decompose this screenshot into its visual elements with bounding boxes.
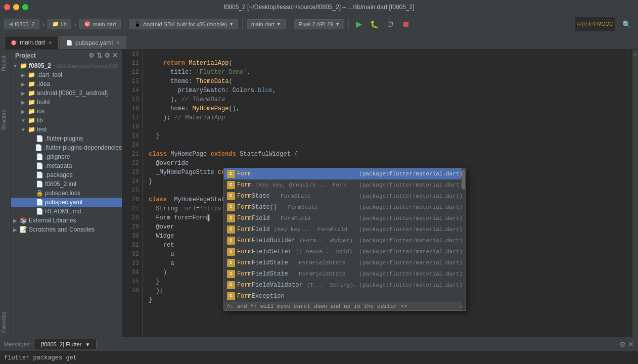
tree-item-scratches[interactable]: ▶ 📝 Scratches and Consoles [11, 225, 122, 234]
editor-tabs: 🎯 main.dart ✕ 📄 pubspec.yaml ✕ [0, 34, 638, 50]
tree-item-external-libs[interactable]: ▶ 📚 External Libraries [11, 216, 122, 225]
editor-scrollbar[interactable] [627, 50, 632, 337]
sidebar-btn-structure[interactable]: Structure [0, 106, 11, 134]
file-icon-packages: 📄 [35, 171, 43, 178]
file-nav[interactable]: 🎯 main.dart [79, 19, 121, 29]
folder-icon-scratches: 📝 [19, 226, 27, 233]
ac-item-9[interactable]: C FormFieldState FormFieldState (package… [224, 268, 466, 280]
tab-close-main-dart[interactable]: ✕ [48, 40, 52, 46]
tree-item-ios[interactable]: ▶ 📁 ios [11, 107, 122, 116]
ac-item-5[interactable]: C FormField (Key key... FormField (packa… [224, 224, 466, 235]
device-selector[interactable]: Pixel 2 API 29 ▼ [294, 19, 344, 29]
tree-item-pubspec-yaml[interactable]: 📄 pubspec.yaml [11, 198, 122, 207]
search-button[interactable]: 🔍 [619, 18, 634, 30]
folder-icon-lib: 📁 [27, 117, 35, 124]
close-button[interactable] [4, 4, 10, 10]
tree-item-pubspec-lock[interactable]: 🔒 pubspec.lock [11, 189, 122, 198]
tree-item-flutter-plugins-dep[interactable]: 📄 .flutter-plugins-dependencies [11, 143, 122, 152]
ac-class-icon-9: C [227, 270, 235, 278]
file-icon-readme: 📄 [35, 208, 43, 215]
sidebar-btn-favorites[interactable]: Favorites [0, 308, 11, 337]
tab-pubspec-yaml[interactable]: 📄 pubspec.yaml ✕ [60, 36, 126, 49]
tab-close-pubspec[interactable]: ✕ [116, 40, 120, 46]
sidebar-btn-project[interactable]: Project [0, 52, 11, 75]
folder-icon-android: 📁 [27, 89, 35, 97]
ac-class-icon-4: C [227, 214, 235, 222]
tree-item-lib[interactable]: ▼ 📁 lib [11, 116, 122, 125]
file-icon-iml: 📄 [35, 180, 43, 188]
ac-item-7[interactable]: C FormFieldSetter (T newVa.. void) (pack… [224, 246, 466, 257]
folder-icon-dart_tool: 📁 [27, 71, 35, 78]
tree-item-packages[interactable]: 📄 .packages [11, 170, 122, 179]
separator-1 [125, 18, 125, 30]
ac-class-icon-10: C [227, 281, 235, 289]
right-sidebar-toggle[interactable]: ≡ [632, 50, 638, 337]
window-controls [4, 4, 28, 10]
ac-item-0[interactable]: C Form (package:flutter/material.dart) [224, 168, 466, 179]
ac-item-4[interactable]: C FormField FormField (package:flutter/m… [224, 213, 466, 224]
ac-class-icon-3: C [227, 203, 235, 211]
stop-button[interactable]: ⏹ [399, 18, 413, 31]
tree-item-idea[interactable]: ▶ 📁 .idea [11, 79, 122, 88]
ac-item-2[interactable]: C FormState FormState (package:flutter/m… [224, 191, 466, 202]
ac-class-icon-6: C [227, 237, 235, 245]
project-nav[interactable]: ◀ f0805_2 [4, 19, 39, 29]
run-config-selector[interactable]: 📱 Android SDK built for x86 (mobile) ▼ [129, 19, 238, 29]
ac-item-6[interactable]: C FormFieldBuilder (Form.. Widget) (pack… [224, 235, 466, 246]
folder-icon-build: 📁 [27, 99, 35, 106]
ac-class-icon-1: C [227, 181, 235, 189]
main-layout: Project Structure Favorites Project ⚙ ⇅ … [0, 50, 638, 337]
tree-item-dart_tool[interactable]: ▶ 📁 .dart_tool [11, 70, 122, 79]
bottom-tabs: Messages: [f0805_2] Flutter ▼ ⚙ ✕ [0, 337, 638, 351]
separator-3 [290, 18, 290, 30]
ac-item-8[interactable]: C FormFieldState FormFieldState (package… [224, 257, 466, 268]
window-title: f0805_2 [~/Desktop/lesson/source/f0805_2… [223, 4, 414, 11]
project-sidebar: Project ⚙ ⇅ ⚙ ✕ ▼ 📁 f0805_2 ~/Desktop/le… [11, 50, 122, 337]
folder-icon-ext-lib: 📚 [19, 217, 27, 224]
ac-class-icon-2: C [227, 192, 235, 200]
ac-item-11[interactable]: C FormException [224, 291, 466, 302]
bottom-settings-icon[interactable]: ⚙ [619, 340, 626, 348]
ac-scrollbar-thumb[interactable] [462, 169, 465, 190]
ac-item-10[interactable]: C FormFieldValidator (T... String) (pack… [224, 280, 466, 291]
tree-item-build[interactable]: ▶ 📁 build [11, 98, 122, 107]
folder-icon-f0805_2: 📁 [19, 62, 27, 69]
file-icon-flutter-plugins-dep: 📄 [34, 144, 42, 151]
run-target-selector[interactable]: main.dart ▼ [247, 19, 286, 29]
sidebar-close-icon[interactable]: ✕ [112, 52, 118, 59]
ac-item-3[interactable]: C FormState() FormState (package:flutter… [224, 202, 466, 213]
sidebar-config-icon[interactable]: ⚙ [104, 52, 110, 59]
bottom-tab-messages-tag[interactable]: [f0805_2] Flutter ▼ [35, 339, 97, 349]
message-line-1: flutter packages get [4, 353, 634, 362]
tree-item-metadata[interactable]: 📄 .metadata [11, 161, 122, 170]
tree-item-iml[interactable]: 📄 f0805_2.iml [11, 179, 122, 189]
ac-class-icon-11: C [227, 292, 235, 300]
tree-item-flutter-plugins[interactable]: 📄 .flutter-plugins [11, 134, 122, 143]
tree-item-readme[interactable]: 📄 README.md [11, 207, 122, 216]
file-icon-lock: 🔒 [35, 190, 43, 197]
tab-main-dart[interactable]: 🎯 main.dart ✕ [4, 36, 59, 49]
lib-nav[interactable]: 📁 lib [48, 19, 71, 29]
tree-item-gitignore[interactable]: 📄 .gitignore [11, 152, 122, 161]
debug-button[interactable]: 🐛 [367, 18, 382, 30]
separator-2 [242, 18, 243, 30]
maximize-button[interactable] [22, 4, 28, 10]
bottom-close-icon[interactable]: ✕ [628, 340, 634, 348]
autocomplete-scrollbar[interactable] [462, 168, 466, 310]
autocomplete-dropdown[interactable]: C Form (package:flutter/material.dart) C… [223, 168, 466, 311]
title-bar: f0805_2 [~/Desktop/lesson/source/f0805_2… [0, 0, 638, 14]
sidebar-settings-icon[interactable]: ⚙ [88, 52, 95, 59]
bottom-panel: Messages: [f0805_2] Flutter ▼ ⚙ ✕ flutte… [0, 337, 638, 364]
tree-arrow-f0805_2[interactable]: ▼ [11, 63, 19, 69]
sidebar-expand-icon[interactable]: ⇅ [97, 52, 102, 59]
profile-button[interactable]: ⏱ [384, 18, 397, 30]
minimize-button[interactable] [13, 4, 19, 10]
tree-item-f0805_2[interactable]: ▼ 📁 f0805_2 ~/Desktop/lesson/source/f08 [11, 61, 122, 70]
run-button[interactable]: ▶ [353, 17, 365, 31]
project-sidebar-header: Project ⚙ ⇅ ⚙ ✕ [11, 50, 122, 61]
ac-item-1[interactable]: C Form (Key key, @require... Form (packa… [224, 179, 466, 191]
left-side-panel: Project Structure Favorites [0, 50, 11, 337]
code-editor[interactable]: 10 11 12 13 14 15 16 17 18 19 20 21 22 2… [122, 50, 632, 337]
tree-item-android[interactable]: ▶ 📁 android [f0805_2_android] [11, 88, 122, 98]
tree-item-test[interactable]: ▼ 📁 test [11, 125, 122, 134]
